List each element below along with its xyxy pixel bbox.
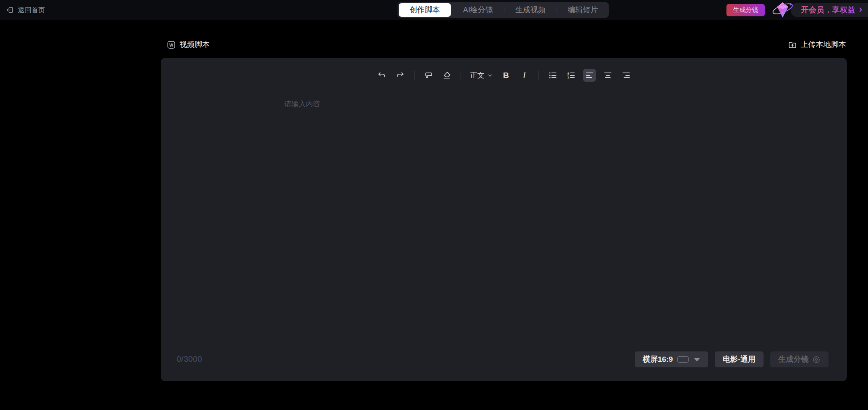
toolbar-divider xyxy=(538,71,539,80)
toolbar-divider xyxy=(461,71,461,80)
editor-footer-buttons: 横屏16:9 电影-通用 生成分镜 xyxy=(635,351,829,367)
main-tabs: 创作脚本 AI绘分镜 生成视频 编辑短片 xyxy=(398,2,609,18)
chevron-down-icon xyxy=(487,73,492,78)
credits-icon xyxy=(812,355,821,364)
generate-storyboard-topbar-button[interactable]: 生成分镜 xyxy=(726,4,765,16)
align-center-button[interactable] xyxy=(601,69,614,82)
tab-label: 创作脚本 xyxy=(409,5,440,15)
align-right-icon xyxy=(621,71,631,80)
video-script-label: 视频脚本 xyxy=(179,39,210,50)
back-label: 返回首页 xyxy=(18,6,45,15)
aspect-ratio-label: 横屏16:9 xyxy=(643,354,673,365)
back-home-button[interactable]: 返回首页 xyxy=(6,0,45,20)
diamond-gem-icon xyxy=(771,0,794,20)
undo-icon xyxy=(377,71,386,80)
tab-label: 生成视频 xyxy=(515,5,545,15)
tab-label: 编辑短片 xyxy=(568,5,598,15)
style-selector-button[interactable]: 电影-通用 xyxy=(715,351,764,367)
bullet-list-icon xyxy=(548,71,557,80)
tab-generate-video[interactable]: 生成视频 xyxy=(504,3,557,17)
tab-ai-storyboard[interactable]: AI绘分镜 xyxy=(452,3,504,17)
svg-text:W: W xyxy=(169,43,173,47)
membership-label: 开会员，享权益 xyxy=(801,5,856,15)
generate-storyboard-label: 生成分镜 xyxy=(778,354,809,365)
undo-button[interactable] xyxy=(375,69,388,82)
app-screen: 返回首页 创作脚本 AI绘分镜 生成视频 编辑短片 生成分镜 xyxy=(0,0,868,410)
align-left-button[interactable] xyxy=(583,69,596,82)
membership-banner[interactable]: 开会员，享权益 › xyxy=(791,3,868,17)
topbar: 返回首页 创作脚本 AI绘分镜 生成视频 编辑短片 生成分镜 xyxy=(0,0,868,20)
editor-placeholder: 请输入内容 xyxy=(284,99,320,109)
landscape-ratio-icon xyxy=(677,356,689,363)
bold-button[interactable]: B xyxy=(500,69,512,82)
tab-create-script[interactable]: 创作脚本 xyxy=(399,3,451,17)
redo-button[interactable] xyxy=(394,69,406,82)
script-editor-panel: 正文 B I xyxy=(161,58,847,381)
format-painter-icon xyxy=(423,71,433,80)
align-left-icon xyxy=(585,71,594,80)
char-counter: 0/3000 xyxy=(177,355,202,364)
paragraph-style-dropdown[interactable]: 正文 xyxy=(468,71,494,80)
italic-glyph: I xyxy=(523,70,526,80)
chevron-right-icon: › xyxy=(859,4,862,14)
tab-label: AI绘分镜 xyxy=(463,5,493,15)
caret-down-icon xyxy=(694,358,700,361)
align-center-icon xyxy=(603,71,612,80)
tab-edit-clip[interactable]: 编辑短片 xyxy=(557,3,609,17)
style-selector-label: 电影-通用 xyxy=(723,354,756,365)
generate-storyboard-topbar-label: 生成分镜 xyxy=(733,6,758,14)
script-doc-icon: W xyxy=(167,40,176,49)
back-icon xyxy=(6,6,14,14)
svg-text:3: 3 xyxy=(567,76,569,79)
format-painter-button[interactable] xyxy=(422,69,435,82)
video-script-title: W 视频脚本 xyxy=(167,39,210,50)
upload-folder-icon xyxy=(788,40,797,49)
toolbar-divider xyxy=(414,71,414,80)
align-right-button[interactable] xyxy=(620,69,632,82)
clear-format-button[interactable] xyxy=(440,69,453,82)
aspect-ratio-dropdown[interactable]: 横屏16:9 xyxy=(635,351,708,367)
upload-local-script-button[interactable]: 上传本地脚本 xyxy=(788,39,846,50)
italic-button[interactable]: I xyxy=(518,69,531,82)
bold-glyph: B xyxy=(503,71,509,80)
bullet-list-button[interactable] xyxy=(546,69,559,82)
generate-storyboard-button[interactable]: 生成分镜 xyxy=(770,351,829,367)
clear-format-icon xyxy=(442,71,451,80)
script-editor-input[interactable]: 请输入内容 xyxy=(161,88,847,343)
ordered-list-icon: 123 xyxy=(566,71,576,80)
ordered-list-button[interactable]: 123 xyxy=(565,69,577,82)
upload-local-script-label: 上传本地脚本 xyxy=(801,39,846,50)
redo-icon xyxy=(395,71,405,80)
paragraph-style-value: 正文 xyxy=(470,71,484,80)
editor-toolbar: 正文 B I xyxy=(375,69,632,82)
